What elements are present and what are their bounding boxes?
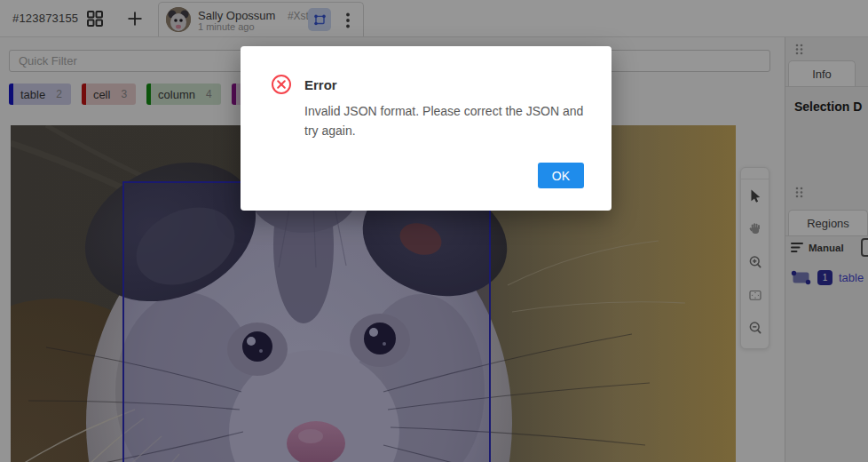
error-icon (271, 74, 292, 95)
dialog-message: Invalid JSON format. Please correct the … (304, 101, 584, 140)
error-dialog: Error Invalid JSON format. Please correc… (241, 46, 612, 211)
dialog-title: Error (304, 77, 337, 92)
annotation-app: #123873155 Sall (0, 0, 868, 462)
ok-button[interactable]: OK (538, 163, 584, 188)
